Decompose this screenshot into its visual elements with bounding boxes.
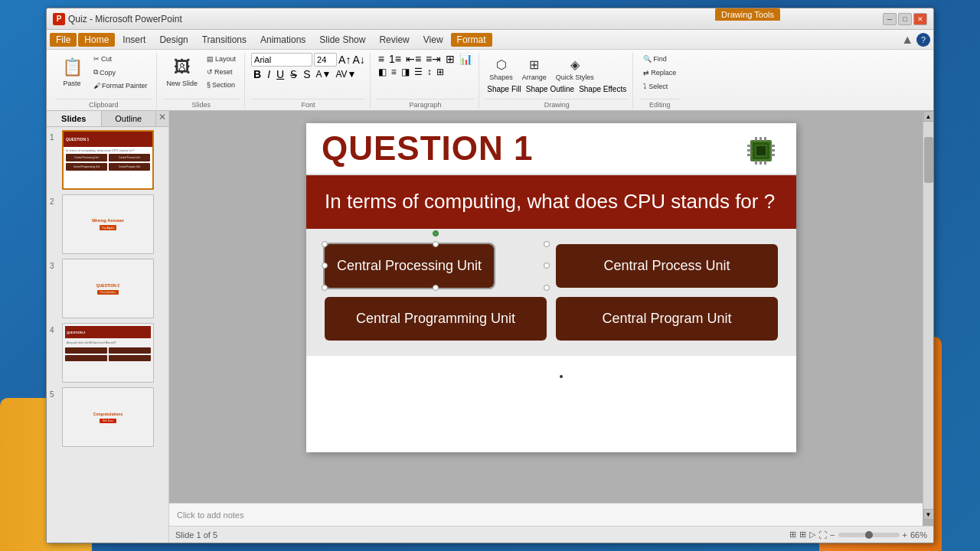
- clipboard-group-label: Clipboard: [56, 99, 152, 109]
- title-text: Quiz - Microsoft PowerPoint: [68, 14, 182, 24]
- slide-thumb-2[interactable]: 2 Wrong Answer Try Again: [50, 194, 165, 254]
- handle-tr[interactable]: [544, 241, 550, 247]
- underline-button[interactable]: U: [274, 68, 286, 80]
- numbered-list-button[interactable]: 1≡: [387, 53, 403, 65]
- thumb4-row1: [65, 347, 151, 354]
- font-shrink-icon[interactable]: A↓: [352, 54, 364, 66]
- menu-home[interactable]: Home: [78, 33, 115, 47]
- decrease-indent-button[interactable]: ⇤≡: [404, 53, 423, 65]
- answer-button-3[interactable]: Central Programming Unit: [325, 297, 547, 341]
- bullet-list-button[interactable]: ≡: [377, 53, 386, 65]
- view-slide-sorter-icon[interactable]: ⊞: [799, 530, 806, 540]
- line-spacing-button[interactable]: ↕: [426, 67, 433, 77]
- zoom-out-icon[interactable]: −: [830, 530, 835, 540]
- quick-styles-button[interactable]: ◈ Quick Styles: [552, 53, 598, 83]
- thumb1-a1: Central Processing Unit: [66, 154, 107, 161]
- slide-thumb-1[interactable]: 1 QUESTION 1 In terms of computing, what…: [50, 130, 165, 190]
- notes-bar[interactable]: Click to add notes: [169, 503, 923, 526]
- handle-bm[interactable]: [433, 285, 439, 291]
- section-button[interactable]: § Section: [203, 79, 240, 91]
- copy-button[interactable]: ⧉ Copy: [90, 66, 152, 79]
- rotation-handle[interactable]: [433, 230, 439, 236]
- menu-animations[interactable]: Animations: [254, 33, 312, 47]
- svg-rect-5: [760, 137, 762, 141]
- cut-button[interactable]: ✂ Cut: [90, 53, 152, 65]
- menu-insert[interactable]: Insert: [116, 33, 152, 47]
- menu-view[interactable]: View: [417, 33, 449, 47]
- shapes-button[interactable]: ⬡ Shapes: [485, 53, 517, 83]
- slide-thumb-5[interactable]: 5 Congratulations Well Done: [50, 387, 165, 447]
- strikethrough-button[interactable]: S̶: [288, 68, 299, 80]
- slide-thumb-3[interactable]: 3 QUESTION 2 Free Question: [50, 259, 165, 318]
- font-color-button[interactable]: A▼: [315, 69, 333, 80]
- shape-effects-button[interactable]: Shape Effects: [577, 85, 628, 93]
- handle-mr[interactable]: [544, 262, 550, 269]
- window-controls[interactable]: ─ □ ✕: [883, 13, 927, 25]
- zoom-slider[interactable]: [838, 533, 900, 537]
- align-left-button[interactable]: ◧: [377, 67, 388, 77]
- increase-indent-button[interactable]: ≡⇥: [424, 53, 443, 65]
- slides-tab[interactable]: Slides: [47, 111, 102, 126]
- justify-button[interactable]: ☰: [413, 67, 424, 77]
- align-right-button[interactable]: ◨: [400, 67, 411, 77]
- menu-format[interactable]: Format: [451, 33, 492, 47]
- paragraph-controls: ≡ 1≡ ⇤≡ ≡⇥ ⊞ 📊 ◧ ≡ ◨ ☰ ↕ ⊞: [377, 53, 474, 97]
- view-normal-icon[interactable]: ⊞: [789, 530, 796, 540]
- minimize-button[interactable]: ─: [883, 13, 897, 25]
- outline-tab[interactable]: Outline: [102, 111, 157, 126]
- menu-file[interactable]: File: [50, 33, 77, 47]
- answer-text-1: Central Processing Unit: [337, 258, 482, 273]
- close-button[interactable]: ✕: [913, 13, 927, 25]
- zoom-slider-thumb[interactable]: [865, 531, 873, 539]
- handle-tm[interactable]: [433, 241, 439, 247]
- scroll-up-button[interactable]: ▲: [923, 111, 934, 122]
- right-scrollbar[interactable]: ▲ ▼: [923, 111, 933, 520]
- menu-review[interactable]: Review: [373, 33, 415, 47]
- zoom-in-icon[interactable]: +: [903, 530, 907, 540]
- menu-design[interactable]: Design: [153, 33, 194, 47]
- shadow-button[interactable]: S: [301, 68, 312, 80]
- answer-button-4[interactable]: Central Program Unit: [556, 297, 778, 341]
- italic-button[interactable]: I: [265, 68, 273, 80]
- font-grow-icon[interactable]: A↑: [338, 54, 351, 66]
- slide-thumb-4[interactable]: 4 QUESTION 2 Along with others did Bill …: [50, 323, 165, 383]
- restore-button[interactable]: □: [898, 13, 912, 25]
- layout-button[interactable]: ▤ Layout: [203, 53, 240, 65]
- handle-tl[interactable]: [322, 241, 328, 247]
- columns-button[interactable]: ⊞: [444, 53, 456, 65]
- find-button[interactable]: 🔍 Find: [639, 53, 671, 65]
- menu-slideshow[interactable]: Slide Show: [313, 33, 371, 47]
- help-icon[interactable]: ?: [916, 33, 930, 47]
- handle-ml[interactable]: [322, 262, 328, 269]
- text-direction-button[interactable]: ⊞: [435, 67, 446, 77]
- handle-br[interactable]: [544, 285, 550, 291]
- answer-button-2[interactable]: Central Process Unit: [556, 244, 778, 288]
- format-painter-button[interactable]: 🖌 Format Painter: [90, 80, 152, 92]
- shape-fill-button[interactable]: Shape Fill: [485, 85, 522, 93]
- panel-close-button[interactable]: ✕: [156, 111, 168, 123]
- new-slide-button[interactable]: 🖼 New Slide: [163, 53, 202, 90]
- align-center-button[interactable]: ≡: [390, 67, 398, 77]
- chart-button[interactable]: 📊: [458, 53, 474, 65]
- handle-bl[interactable]: [322, 285, 328, 291]
- answer-text-2: Central Process Unit: [603, 258, 730, 273]
- answer-button-1[interactable]: Central Processing Unit: [325, 244, 494, 288]
- paste-button[interactable]: 📋 Paste: [56, 53, 88, 90]
- arrange-button[interactable]: ⊞ Arrange: [518, 53, 550, 83]
- font-size-input[interactable]: [314, 53, 337, 67]
- expand-icon[interactable]: ▲: [901, 33, 913, 47]
- replace-button[interactable]: ⇄ Replace: [639, 67, 680, 79]
- slide-count: Slide 1 of 5: [175, 530, 217, 540]
- reset-button[interactable]: ↺ Reset: [203, 66, 240, 78]
- shape-outline-button[interactable]: Shape Outline: [524, 85, 576, 93]
- select-button[interactable]: ⤵ Select: [639, 80, 671, 93]
- bold-button[interactable]: B: [251, 68, 263, 80]
- scroll-down-button[interactable]: ▼: [923, 509, 934, 520]
- char-spacing-button[interactable]: AV▼: [334, 69, 358, 80]
- scrollbar-thumb[interactable]: [924, 137, 933, 183]
- svg-rect-14: [771, 149, 775, 152]
- menu-transitions[interactable]: Transitions: [196, 33, 253, 47]
- font-family-input[interactable]: [251, 53, 312, 67]
- view-reading-icon[interactable]: ▷: [809, 530, 815, 540]
- view-slideshow-icon[interactable]: ⛶: [818, 530, 827, 540]
